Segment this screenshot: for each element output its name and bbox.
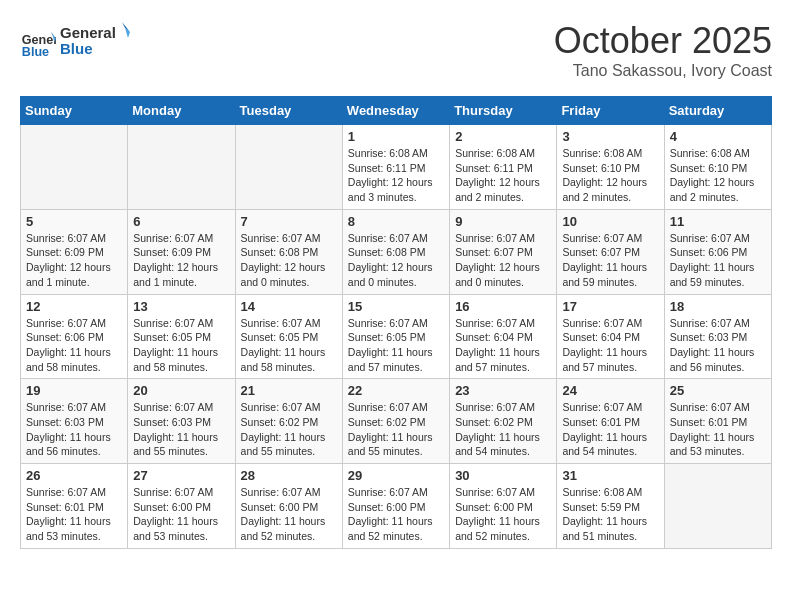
calendar-cell: 15Sunrise: 6:07 AM Sunset: 6:05 PM Dayli… bbox=[342, 294, 449, 379]
day-info: Sunrise: 6:07 AM Sunset: 6:00 PM Dayligh… bbox=[455, 485, 551, 544]
day-info: Sunrise: 6:07 AM Sunset: 6:08 PM Dayligh… bbox=[348, 231, 444, 290]
day-number: 27 bbox=[133, 468, 229, 483]
day-info: Sunrise: 6:07 AM Sunset: 6:06 PM Dayligh… bbox=[26, 316, 122, 375]
day-info: Sunrise: 6:07 AM Sunset: 6:00 PM Dayligh… bbox=[133, 485, 229, 544]
calendar-week-row: 5Sunrise: 6:07 AM Sunset: 6:09 PM Daylig… bbox=[21, 209, 772, 294]
day-number: 1 bbox=[348, 129, 444, 144]
calendar-header-row: SundayMondayTuesdayWednesdayThursdayFrid… bbox=[21, 97, 772, 125]
day-number: 23 bbox=[455, 383, 551, 398]
day-number: 13 bbox=[133, 299, 229, 314]
day-number: 15 bbox=[348, 299, 444, 314]
day-number: 26 bbox=[26, 468, 122, 483]
day-info: Sunrise: 6:07 AM Sunset: 6:01 PM Dayligh… bbox=[562, 400, 658, 459]
calendar-cell: 8Sunrise: 6:07 AM Sunset: 6:08 PM Daylig… bbox=[342, 209, 449, 294]
logo-svg: General Blue bbox=[60, 20, 130, 60]
calendar-cell: 27Sunrise: 6:07 AM Sunset: 6:00 PM Dayli… bbox=[128, 464, 235, 549]
calendar-cell: 29Sunrise: 6:07 AM Sunset: 6:00 PM Dayli… bbox=[342, 464, 449, 549]
calendar-cell: 9Sunrise: 6:07 AM Sunset: 6:07 PM Daylig… bbox=[450, 209, 557, 294]
calendar-cell: 7Sunrise: 6:07 AM Sunset: 6:08 PM Daylig… bbox=[235, 209, 342, 294]
calendar-cell: 24Sunrise: 6:07 AM Sunset: 6:01 PM Dayli… bbox=[557, 379, 664, 464]
logo-icon: General Blue bbox=[20, 24, 56, 60]
calendar-cell: 13Sunrise: 6:07 AM Sunset: 6:05 PM Dayli… bbox=[128, 294, 235, 379]
calendar-cell: 4Sunrise: 6:08 AM Sunset: 6:10 PM Daylig… bbox=[664, 125, 771, 210]
day-info: Sunrise: 6:07 AM Sunset: 6:03 PM Dayligh… bbox=[670, 316, 766, 375]
day-info: Sunrise: 6:07 AM Sunset: 6:07 PM Dayligh… bbox=[455, 231, 551, 290]
svg-text:Blue: Blue bbox=[22, 45, 49, 59]
logo: General Blue General Blue bbox=[20, 20, 130, 64]
day-number: 24 bbox=[562, 383, 658, 398]
day-info: Sunrise: 6:07 AM Sunset: 6:00 PM Dayligh… bbox=[241, 485, 337, 544]
col-header-saturday: Saturday bbox=[664, 97, 771, 125]
calendar-cell: 20Sunrise: 6:07 AM Sunset: 6:03 PM Dayli… bbox=[128, 379, 235, 464]
day-number: 21 bbox=[241, 383, 337, 398]
calendar-cell: 25Sunrise: 6:07 AM Sunset: 6:01 PM Dayli… bbox=[664, 379, 771, 464]
svg-text:Blue: Blue bbox=[60, 40, 93, 57]
day-number: 11 bbox=[670, 214, 766, 229]
day-number: 18 bbox=[670, 299, 766, 314]
day-number: 25 bbox=[670, 383, 766, 398]
calendar-cell: 21Sunrise: 6:07 AM Sunset: 6:02 PM Dayli… bbox=[235, 379, 342, 464]
calendar-cell: 26Sunrise: 6:07 AM Sunset: 6:01 PM Dayli… bbox=[21, 464, 128, 549]
day-number: 20 bbox=[133, 383, 229, 398]
day-number: 16 bbox=[455, 299, 551, 314]
day-number: 19 bbox=[26, 383, 122, 398]
calendar-cell: 19Sunrise: 6:07 AM Sunset: 6:03 PM Dayli… bbox=[21, 379, 128, 464]
day-info: Sunrise: 6:07 AM Sunset: 6:05 PM Dayligh… bbox=[133, 316, 229, 375]
day-info: Sunrise: 6:07 AM Sunset: 6:00 PM Dayligh… bbox=[348, 485, 444, 544]
day-info: Sunrise: 6:07 AM Sunset: 6:08 PM Dayligh… bbox=[241, 231, 337, 290]
day-info: Sunrise: 6:07 AM Sunset: 6:03 PM Dayligh… bbox=[26, 400, 122, 459]
calendar-cell: 12Sunrise: 6:07 AM Sunset: 6:06 PM Dayli… bbox=[21, 294, 128, 379]
svg-text:General: General bbox=[60, 24, 116, 41]
calendar-cell: 14Sunrise: 6:07 AM Sunset: 6:05 PM Dayli… bbox=[235, 294, 342, 379]
calendar-cell: 3Sunrise: 6:08 AM Sunset: 6:10 PM Daylig… bbox=[557, 125, 664, 210]
calendar-cell: 22Sunrise: 6:07 AM Sunset: 6:02 PM Dayli… bbox=[342, 379, 449, 464]
day-number: 5 bbox=[26, 214, 122, 229]
day-info: Sunrise: 6:07 AM Sunset: 6:02 PM Dayligh… bbox=[241, 400, 337, 459]
col-header-thursday: Thursday bbox=[450, 97, 557, 125]
day-number: 9 bbox=[455, 214, 551, 229]
calendar-week-row: 19Sunrise: 6:07 AM Sunset: 6:03 PM Dayli… bbox=[21, 379, 772, 464]
title-block: October 2025 Tano Sakassou, Ivory Coast bbox=[554, 20, 772, 80]
calendar-cell: 30Sunrise: 6:07 AM Sunset: 6:00 PM Dayli… bbox=[450, 464, 557, 549]
day-number: 12 bbox=[26, 299, 122, 314]
day-number: 3 bbox=[562, 129, 658, 144]
calendar-table: SundayMondayTuesdayWednesdayThursdayFrid… bbox=[20, 96, 772, 549]
calendar-cell bbox=[235, 125, 342, 210]
day-info: Sunrise: 6:08 AM Sunset: 6:11 PM Dayligh… bbox=[455, 146, 551, 205]
calendar-cell: 6Sunrise: 6:07 AM Sunset: 6:09 PM Daylig… bbox=[128, 209, 235, 294]
day-info: Sunrise: 6:07 AM Sunset: 6:05 PM Dayligh… bbox=[241, 316, 337, 375]
day-number: 29 bbox=[348, 468, 444, 483]
day-info: Sunrise: 6:07 AM Sunset: 6:09 PM Dayligh… bbox=[133, 231, 229, 290]
day-number: 8 bbox=[348, 214, 444, 229]
day-number: 2 bbox=[455, 129, 551, 144]
calendar-cell: 5Sunrise: 6:07 AM Sunset: 6:09 PM Daylig… bbox=[21, 209, 128, 294]
calendar-cell: 10Sunrise: 6:07 AM Sunset: 6:07 PM Dayli… bbox=[557, 209, 664, 294]
day-number: 30 bbox=[455, 468, 551, 483]
calendar-cell bbox=[664, 464, 771, 549]
day-number: 17 bbox=[562, 299, 658, 314]
calendar-cell: 1Sunrise: 6:08 AM Sunset: 6:11 PM Daylig… bbox=[342, 125, 449, 210]
col-header-sunday: Sunday bbox=[21, 97, 128, 125]
col-header-tuesday: Tuesday bbox=[235, 97, 342, 125]
calendar-cell: 18Sunrise: 6:07 AM Sunset: 6:03 PM Dayli… bbox=[664, 294, 771, 379]
day-info: Sunrise: 6:07 AM Sunset: 6:09 PM Dayligh… bbox=[26, 231, 122, 290]
day-info: Sunrise: 6:08 AM Sunset: 6:10 PM Dayligh… bbox=[670, 146, 766, 205]
day-number: 7 bbox=[241, 214, 337, 229]
day-info: Sunrise: 6:07 AM Sunset: 6:02 PM Dayligh… bbox=[348, 400, 444, 459]
day-info: Sunrise: 6:07 AM Sunset: 6:02 PM Dayligh… bbox=[455, 400, 551, 459]
day-info: Sunrise: 6:07 AM Sunset: 6:03 PM Dayligh… bbox=[133, 400, 229, 459]
month-title: October 2025 bbox=[554, 20, 772, 62]
day-info: Sunrise: 6:07 AM Sunset: 6:04 PM Dayligh… bbox=[562, 316, 658, 375]
day-number: 10 bbox=[562, 214, 658, 229]
day-number: 28 bbox=[241, 468, 337, 483]
calendar-cell: 28Sunrise: 6:07 AM Sunset: 6:00 PM Dayli… bbox=[235, 464, 342, 549]
day-info: Sunrise: 6:08 AM Sunset: 5:59 PM Dayligh… bbox=[562, 485, 658, 544]
day-info: Sunrise: 6:07 AM Sunset: 6:01 PM Dayligh… bbox=[26, 485, 122, 544]
calendar-cell: 2Sunrise: 6:08 AM Sunset: 6:11 PM Daylig… bbox=[450, 125, 557, 210]
day-info: Sunrise: 6:07 AM Sunset: 6:05 PM Dayligh… bbox=[348, 316, 444, 375]
page-header: General Blue General Blue October 2025 T… bbox=[20, 20, 772, 80]
calendar-cell: 23Sunrise: 6:07 AM Sunset: 6:02 PM Dayli… bbox=[450, 379, 557, 464]
day-number: 6 bbox=[133, 214, 229, 229]
col-header-friday: Friday bbox=[557, 97, 664, 125]
col-header-wednesday: Wednesday bbox=[342, 97, 449, 125]
